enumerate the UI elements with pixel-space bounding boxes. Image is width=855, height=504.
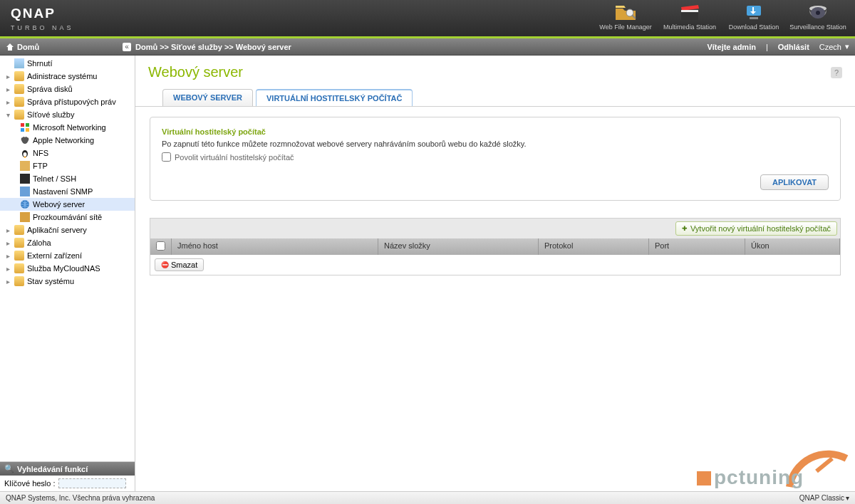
vhost-table: Vytvořit nový virtuální hostitelský počí…: [150, 218, 841, 275]
search-label: Klíčové heslo :: [4, 479, 56, 488]
network-icon: [20, 187, 30, 196]
sidebar-item-network-discovery[interactable]: Prozkoumávání sítě: [0, 211, 135, 224]
breadcrumb-bar: Domů « Domů >> Síťové služby >> Webový s…: [0, 38, 855, 56]
search-panel: 🔍 Vyhledávání funkcí Klíčové heslo :: [0, 461, 135, 491]
sidebar-item-label: Externí zařízení: [27, 251, 82, 260]
delete-button[interactable]: Smazat: [155, 258, 204, 271]
brand-text: QNAP: [11, 6, 74, 21]
svg-rect-5: [750, 17, 758, 19]
download-icon: [742, 3, 765, 21]
folder-icon: [14, 97, 24, 107]
sidebar-item-label: Aplikační servery: [27, 226, 87, 234]
sidebar-item-label: Síťové služby: [27, 110, 75, 119]
crumb-sep: >>: [160, 43, 169, 51]
svg-rect-17: [697, 471, 711, 485]
brand-logo: QNAP TURBO NAS: [11, 6, 74, 31]
language-label: Czech: [819, 43, 841, 51]
sidebar-item-backup[interactable]: ▸Záloha: [0, 236, 135, 249]
select-all-checkbox[interactable]: [156, 241, 165, 251]
nav-tree: Shrnutí ▸Adinistrace systému ▸Správa dis…: [0, 56, 135, 461]
chevron-down-icon: ▾: [846, 494, 849, 502]
col-host[interactable]: Jméno host: [172, 238, 378, 255]
crumb-sep: >>: [224, 43, 234, 51]
sidebar-item-ftp[interactable]: FTP: [0, 159, 135, 172]
sidebar-item-external-devices[interactable]: ▸Externí zařízení: [0, 249, 135, 262]
sidebar-item-nfs[interactable]: NFS: [0, 147, 135, 159]
sidebar-item-ms-networking[interactable]: Microsoft Networking: [0, 121, 135, 134]
svg-text:pctuning: pctuning: [714, 466, 804, 488]
home-icon: [6, 43, 14, 51]
sidebar-item-app-servers[interactable]: ▸Aplikační servery: [0, 224, 135, 236]
search-input[interactable]: [58, 478, 126, 488]
chevron-down-icon: ▾: [845, 42, 849, 51]
sidebar-item-label: Stav systému: [27, 277, 74, 285]
sidebar-item-system-status[interactable]: ▸Stav systému: [0, 275, 135, 288]
svg-rect-9: [21, 123, 24, 127]
col-folder[interactable]: Název složky: [378, 238, 539, 255]
sidebar-item-label: Záloha: [27, 238, 51, 247]
create-label: Vytvořit nový virtuální hostitelský počí…: [690, 224, 831, 233]
app-web-file-manager[interactable]: Web File Manager: [594, 3, 657, 31]
apply-button[interactable]: APLIKOVAT: [760, 174, 829, 190]
enable-virtual-host-checkbox[interactable]: [162, 152, 171, 162]
col-action[interactable]: Úkon: [745, 238, 840, 255]
sidebar-item-label: Správa disků: [27, 85, 73, 93]
svg-point-14: [24, 152, 27, 157]
sidebar-item-system-admin[interactable]: ▸Adinistrace systému: [0, 70, 135, 83]
sidebar-item-snmp[interactable]: Nastavení SNMP: [0, 185, 135, 198]
sidebar-item-web-server[interactable]: Webový server: [0, 198, 135, 211]
sidebar-item-apple-networking[interactable]: Apple Networking: [0, 134, 135, 147]
collapse-sidebar-button[interactable]: «: [123, 43, 131, 51]
app-surveillance[interactable]: Surveillance Station: [787, 3, 849, 31]
folder-icon: [14, 225, 24, 235]
crumb-network[interactable]: Síťové služby: [171, 43, 222, 51]
create-vhost-button[interactable]: Vytvořit nový virtuální hostitelský počí…: [675, 221, 837, 236]
sidebar-item-label: Prozkoumávání sítě: [33, 213, 102, 221]
crumb-home[interactable]: Domů: [135, 43, 157, 51]
app-multimedia[interactable]: Multimedia Station: [658, 3, 721, 31]
sidebar-item-label: Telnet / SSH: [33, 174, 76, 183]
sidebar-item-access-rights[interactable]: ▸Správa přístupových práv: [0, 95, 135, 108]
panel-description: Po zapnutí této funkce můžete rozmnožova…: [162, 140, 829, 148]
main-content: Webový server ? WEBOVÝ SERVER VIRTUÁLNÍ …: [135, 56, 855, 491]
copyright: QNAP Systems, Inc. Všechna práva vyhraze…: [6, 494, 155, 502]
app-launcher: Web File Manager Multimedia Station Down…: [594, 3, 849, 31]
folder-search-icon: [614, 3, 637, 21]
sidebar-item-label: Správa přístupových práv: [27, 98, 116, 106]
sidebar-item-telnet-ssh[interactable]: Telnet / SSH: [0, 172, 135, 185]
col-protocol[interactable]: Protokol: [539, 238, 649, 255]
theme-selector[interactable]: QNAP Classic ▾: [799, 494, 849, 502]
svg-point-8: [816, 11, 820, 15]
folder-icon: [14, 276, 24, 286]
sidebar-item-mycloudnas[interactable]: ▸Služba MyCloudNAS: [0, 262, 135, 275]
clapper-icon: [678, 3, 701, 21]
terminal-icon: [20, 174, 30, 184]
sidebar-item-summary[interactable]: Shrnutí: [0, 57, 135, 70]
sidebar-item-label: Služba MyCloudNAS: [27, 264, 100, 273]
svg-rect-11: [21, 128, 24, 132]
help-button[interactable]: ?: [831, 67, 842, 78]
sidebar-item-disk-mgmt[interactable]: ▸Správa disků: [0, 83, 135, 95]
brand-subtitle: TURBO NAS: [11, 24, 74, 31]
app-download[interactable]: Download Station: [722, 3, 785, 31]
folder-icon: [14, 263, 24, 273]
tab-web-server[interactable]: WEBOVÝ SERVER: [162, 89, 253, 106]
logout-button[interactable]: Odhlásit: [778, 43, 809, 51]
welcome-text: Vítejte admin: [707, 43, 755, 51]
col-port[interactable]: Port: [649, 238, 745, 255]
sidebar-item-network-services[interactable]: ▾Síťové služby: [0, 108, 135, 121]
home-label[interactable]: Domů: [17, 43, 39, 51]
delete-label: Smazat: [171, 261, 197, 269]
watermark-logo: pctuning: [683, 437, 854, 494]
tab-virtual-host[interactable]: VIRTUÁLNÍ HOSTITELSKÝ POČÍTAČ: [256, 89, 413, 106]
crumb-webserver[interactable]: Webový server: [236, 43, 291, 51]
folder-open-icon: [14, 110, 24, 120]
language-dropdown[interactable]: Czech ▾: [819, 42, 849, 51]
globe-icon: [20, 199, 30, 209]
checkbox-label: Povolit virtuální hostitelský počítač: [175, 153, 294, 162]
svg-rect-10: [26, 123, 29, 127]
search-title-label: Vyhledávání funkcí: [17, 465, 88, 473]
tab-strip: WEBOVÝ SERVER VIRTUÁLNÍ HOSTITELSKÝ POČÍ…: [135, 85, 855, 107]
sidebar-item-label: Apple Networking: [33, 136, 94, 145]
app-label: Download Station: [729, 23, 779, 31]
